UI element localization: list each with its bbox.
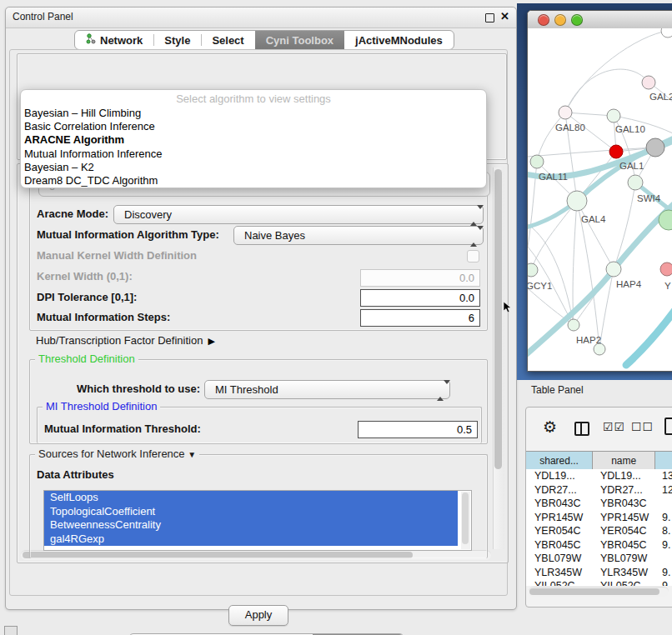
algorithm-option[interactable]: Dream8 DC_TDC Algorithm — [21, 174, 486, 188]
data-attributes-label: Data Attributes — [37, 468, 114, 481]
mi-steps-field[interactable]: 6 — [360, 309, 480, 327]
data-attributes-list[interactable]: SelfLoopsTopologicalCoefficientBetweenne… — [43, 490, 472, 551]
table-cell: YIL052C — [526, 579, 594, 586]
bottom-left-square — [4, 626, 18, 635]
mi-threshold-definition-group: MI Threshold Definition Mutual Informati… — [37, 407, 482, 443]
algorithm-definition-group: Algorithm Definition Aracne Mode: Discov… — [29, 184, 488, 331]
algorithm-dropdown-popup: Select algorithm to view settings Bayesi… — [20, 89, 487, 188]
mac-zoom-button[interactable] — [571, 14, 583, 26]
network-node[interactable] — [567, 191, 587, 211]
table-cell: YDR27... — [594, 483, 657, 498]
table-row[interactable]: YDR27...YDR27...12 — [526, 483, 672, 498]
table-panel-title: Table Panel — [531, 384, 584, 396]
column-layout-icon[interactable] — [574, 422, 589, 436]
tab-jactivemnodules[interactable]: jActiveMNodules — [344, 31, 454, 49]
hub-definition-toggle[interactable]: Hub/Transcription Factor Definition▶ — [36, 334, 215, 347]
table-row[interactable]: YBR043CYBR043C — [526, 497, 672, 511]
network-canvas[interactable]: GAL2GAL80GAL10GAL1GAL11SWI4GAL4GCY1HAP4Y… — [528, 28, 672, 370]
gear-icon[interactable]: ⚙ — [543, 418, 557, 437]
close-icon[interactable]: ✕ — [500, 10, 509, 22]
network-node[interactable] — [628, 175, 643, 190]
algorithm-option[interactable]: Bayesian – Hill Climbing — [21, 107, 486, 120]
float-window-icon[interactable] — [485, 13, 494, 22]
apply-button[interactable]: Apply — [228, 605, 288, 626]
table-row[interactable]: YBR045CYBR045C9. — [526, 538, 672, 552]
network-node[interactable] — [607, 109, 620, 122]
table-cell: YBL079W — [526, 552, 594, 566]
select-all-checkboxes-icon[interactable]: ☑☑ — [603, 420, 625, 433]
mac-minimize-button[interactable] — [554, 14, 566, 26]
tab-network[interactable]: Network — [75, 31, 153, 49]
table-hscrollbar-thumb[interactable] — [529, 588, 659, 595]
table-row[interactable]: YPR145WYPR145W9. — [526, 511, 672, 525]
tab-style-label: Style — [164, 34, 190, 47]
settings-vscrollbar-thumb[interactable] — [494, 169, 502, 469]
threshold-definition-group: Threshold Definition Which threshold to … — [29, 359, 488, 444]
algorithm-option[interactable]: ARACNE Algorithm — [21, 133, 486, 147]
table-row[interactable]: YER054CYER054C8. — [526, 524, 672, 538]
table-cell: YPR145W — [594, 511, 657, 525]
attributes-vscrollbar-thumb[interactable] — [462, 492, 469, 544]
network-node[interactable] — [568, 319, 579, 331]
algorithm-option[interactable]: Mutual Information Inference — [21, 148, 486, 161]
network-node[interactable] — [594, 343, 605, 355]
network-edge — [531, 201, 577, 270]
deselect-all-checkboxes-icon[interactable]: ☐☐ — [631, 420, 654, 433]
network-node[interactable] — [559, 106, 572, 119]
column-header-clipped[interactable] — [655, 452, 672, 470]
mouse-cursor — [504, 302, 512, 313]
tab-cyni-toolbox[interactable]: Cyni Toolbox — [255, 31, 344, 49]
mi-threshold-legend: MI Threshold Definition — [43, 400, 160, 412]
aracne-mode-combo[interactable]: Discovery — [113, 205, 484, 224]
sources-legend[interactable]: Sources for Network Inference ▼ — [35, 448, 199, 460]
network-node[interactable] — [530, 155, 544, 168]
mi-type-combo[interactable]: Naive Bayes — [233, 226, 484, 245]
network-node[interactable] — [528, 263, 538, 277]
network-node[interactable] — [606, 262, 621, 277]
network-window-titlebar[interactable] — [528, 11, 672, 29]
mi-type-value: Naive Bayes — [244, 229, 305, 242]
network-edge — [577, 201, 614, 269]
table-cell: YDL19... — [526, 469, 594, 483]
algorithm-options-list: Bayesian – Hill ClimbingBasic Correlatio… — [21, 107, 486, 188]
table-row[interactable]: YDL19...YDL19...13 — [526, 469, 672, 483]
dpi-tolerance-field[interactable]: 0.0 — [360, 289, 480, 307]
node-label: GAL11 — [539, 172, 568, 182]
which-threshold-combo[interactable]: MI Threshold — [204, 380, 450, 399]
mi-threshold-field[interactable]: 0.5 — [358, 421, 478, 438]
table-cell: YBL079W — [594, 552, 657, 566]
attribute-item[interactable]: TopologicalCoefficient — [44, 505, 458, 519]
network-node[interactable] — [660, 262, 672, 276]
table-row[interactable]: YBL079WYBL079W — [526, 552, 672, 566]
node-label: HAP4 — [616, 279, 642, 289]
column-header-shared-name[interactable]: shared... — [526, 452, 593, 470]
table-cell: YLR345W — [594, 566, 657, 580]
kernel-width-field[interactable]: 0.0 — [360, 269, 480, 287]
mac-close-button[interactable] — [538, 14, 549, 26]
column-header-name[interactable]: name — [593, 452, 655, 470]
network-view-window[interactable]: GAL2GAL80GAL10GAL1GAL11SWI4GAL4GCY1HAP4Y… — [527, 10, 672, 372]
manual-kernel-checkbox[interactable] — [467, 250, 479, 262]
table-cell: YLR345W — [526, 566, 594, 580]
table-row[interactable]: YLR345WYLR345W9. — [526, 566, 672, 580]
tab-style[interactable]: Style — [153, 31, 201, 49]
algorithm-option[interactable]: Basic Correlation Inference — [21, 120, 486, 133]
table-cell: 9. — [657, 511, 672, 525]
attributes-vscrollbar[interactable] — [461, 492, 470, 549]
mi-threshold-label: Mutual Information Threshold: — [44, 422, 201, 435]
algorithm-option[interactable]: Bayesian – K2 — [21, 161, 486, 174]
network-node[interactable] — [642, 76, 655, 89]
node-label: SWI4 — [637, 193, 661, 203]
network-desktop: GAL2GAL80GAL10GAL1GAL11SWI4GAL4GCY1HAP4Y… — [517, 3, 672, 380]
export-table-icon[interactable] — [664, 418, 672, 435]
network-node[interactable] — [609, 145, 623, 158]
network-node[interactable] — [661, 28, 672, 38]
attribute-item[interactable]: BetweennessCentrality — [44, 518, 458, 532]
table-hscrollbar[interactable] — [529, 587, 669, 597]
attribute-item[interactable]: SelfLoops — [44, 491, 458, 505]
network-node[interactable] — [646, 138, 664, 157]
tab-select[interactable]: Select — [201, 31, 254, 49]
settings-vscrollbar[interactable] — [493, 168, 504, 549]
table-row[interactable]: YIL052CYIL052C9. — [526, 579, 672, 586]
attribute-item[interactable]: gal4RGexp — [44, 532, 458, 547]
